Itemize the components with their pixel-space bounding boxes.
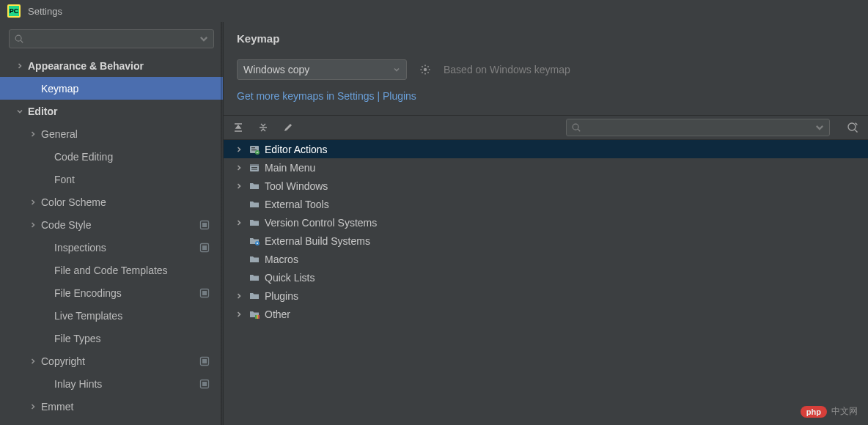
expand-all-button[interactable] [231,120,246,135]
sidebar-item[interactable]: File Types [0,327,223,350]
sidebar-item-label: Inlay Hints [54,378,102,390]
settings-main: Keymap Windows copy Based on Windows key… [224,22,868,425]
edit-shortcut-button[interactable] [281,120,295,135]
window-title: Settings [28,6,62,17]
chevron-right-icon [234,311,244,318]
sidebar-item[interactable]: Inspections [0,236,223,259]
sidebar-item[interactable]: Appearance & Behavior [0,54,223,77]
chevron-right-icon [234,182,244,190]
action-search-input[interactable] [584,122,812,133]
svg-point-21 [573,124,578,130]
watermark: php 中文网 [801,405,858,418]
action-tree-item[interactable]: External Build Systems [224,232,868,250]
keymap-scheme-dropdown[interactable]: Windows copy [237,59,407,80]
svg-line-18 [427,72,428,73]
chevron-down-icon [814,122,825,133]
sidebar-item-label: File Types [54,333,101,344]
expand-all-icon [232,122,244,133]
sidebar-item-label: Code Editing [54,151,113,163]
scheme-hint: Based on Windows keymap [444,64,570,75]
collapse-all-button[interactable] [256,120,271,135]
chevron-right-icon [28,130,38,138]
sidebar-item-label: Code Style [41,219,91,231]
sidebar-item-label: Font [54,174,75,185]
sidebar-item-label: File and Code Templates [54,265,168,276]
action-search[interactable] [566,119,830,136]
action-tree-item[interactable]: Main Menu [224,158,868,177]
project-badge-icon [199,243,210,253]
chevron-right-icon [28,199,38,206]
sidebar-item[interactable]: Color Scheme [0,191,223,213]
sidebar-item-label: Appearance & Behavior [28,60,144,72]
action-tree-item[interactable]: Plugins [224,287,868,305]
action-tree-item[interactable]: Quick Lists [224,268,868,287]
sidebar-item[interactable]: Font [0,168,223,191]
settings-sidebar: Appearance & BehaviorKeymapEditorGeneral… [0,22,224,425]
action-label: Quick Lists [265,272,315,284]
svg-point-23 [848,123,856,130]
svg-rect-9 [202,359,207,363]
folder-icon [249,180,260,192]
svg-point-0 [15,35,21,41]
action-tree-item[interactable]: Editor Actions [224,140,868,158]
action-tree-item[interactable]: Macros [224,250,868,268]
svg-rect-31 [251,167,257,168]
action-tree-item[interactable]: Other [224,305,868,323]
svg-rect-11 [202,382,207,386]
app-icon: PC [7,4,21,18]
sidebar-item[interactable]: Keymap [0,77,223,100]
scheme-settings-button[interactable] [417,62,433,78]
svg-rect-26 [251,147,255,148]
action-label: Plugins [265,290,298,302]
folder-icon [249,217,260,229]
chevron-right-icon [28,221,38,229]
sidebar-item[interactable]: Live Templates [0,304,223,327]
sidebar-item[interactable]: Code Style [0,213,223,236]
action-tree-item[interactable]: External Tools [224,195,868,213]
svg-rect-5 [202,245,207,250]
sidebar-item-label: Emmet [41,401,73,413]
folder-icon [249,290,260,302]
sidebar-item[interactable]: File Encodings [0,281,223,304]
action-tree-item[interactable]: Version Control Systems [224,213,868,232]
sidebar-item[interactable]: Emmet [0,395,223,418]
svg-line-20 [422,72,422,73]
find-by-shortcut-button[interactable] [845,119,861,136]
search-icon [571,122,581,133]
chevron-right-icon [15,62,25,70]
chevron-right-icon [234,219,244,226]
dropdown-value: Windows copy [243,64,309,75]
chevron-right-icon [234,292,244,300]
sidebar-search[interactable] [9,29,214,48]
folder-other-icon [249,308,260,320]
gear-icon [419,64,431,75]
action-tree-item[interactable]: Tool Windows [224,177,868,195]
svg-rect-30 [250,164,259,166]
action-label: Other [265,308,290,320]
settings-tree[interactable]: Appearance & BehaviorKeymapEditorGeneral… [0,54,223,425]
svg-rect-37 [257,315,258,319]
collapse-all-icon [257,122,269,133]
sidebar-item[interactable]: General [0,122,223,145]
sidebar-item[interactable]: Code Editing [0,145,223,168]
sidebar-item[interactable]: Copyright [0,350,223,372]
keymap-action-tree[interactable]: Editor ActionsMain MenuTool WindowsExter… [224,140,868,425]
sidebar-item-label: Color Scheme [41,196,106,208]
sidebar-item[interactable]: Inlay Hints [0,372,223,395]
sidebar-item-label: Copyright [41,355,85,367]
chevron-right-icon [234,146,244,153]
folder-gear-icon [249,235,260,247]
action-label: Tool Windows [265,180,328,192]
folder-icon [249,199,260,210]
chevron-down-icon [199,34,209,44]
sidebar-item[interactable]: Editor [0,100,223,122]
pencil-icon [282,122,294,133]
svg-line-19 [427,66,428,67]
sidebar-item[interactable]: File and Code Templates [0,259,223,281]
svg-line-22 [578,129,580,131]
sidebar-item-label: Editor [28,106,57,117]
get-more-keymaps-link[interactable]: Get more keymaps in Settings | Plugins [237,90,416,102]
sidebar-search-input[interactable] [27,34,196,44]
svg-rect-27 [251,149,257,150]
svg-line-1 [21,40,23,42]
